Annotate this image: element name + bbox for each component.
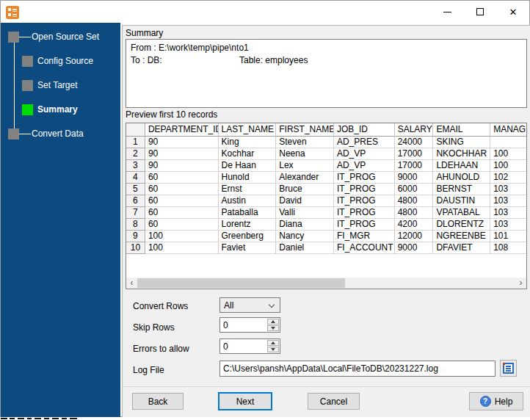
column-header[interactable] [126, 123, 145, 137]
table-cell: David [276, 195, 334, 207]
table-cell: Faviet [219, 242, 277, 254]
table-cell: NGREENBE [433, 231, 490, 242]
table-cell: FI_MGR [334, 231, 395, 242]
table-cell: Kochhar [219, 148, 277, 160]
table-row[interactable]: 460HunoldAlexanderIT_PROG9000AHUNOLD102 [126, 172, 526, 184]
summary-to-table: Table: employees [239, 54, 308, 67]
column-header[interactable]: EMAIL [433, 123, 490, 137]
preview-grid: DEPARTMENT_IDLAST_NAMEFIRST_NAMEJOB_IDSA… [126, 123, 527, 289]
help-question-icon: ? [480, 396, 491, 407]
convert-rows-label: Convert Rows [133, 301, 188, 311]
table-row[interactable]: 290KochharNeenaAD_VP17000NKOCHHAR100 [126, 148, 526, 160]
table-cell: 101 [490, 231, 526, 242]
row-number-cell: 2 [126, 148, 145, 160]
scroll-left-icon[interactable]: ‹ [126, 278, 137, 289]
table-row[interactable]: 660AustinDavidIT_PROG4800DAUSTIN103 [126, 195, 526, 207]
row-number-cell: 7 [126, 207, 145, 219]
table-cell: 100 [145, 242, 219, 254]
minimize-button[interactable] [435, 1, 460, 23]
table-cell: 90 [145, 148, 219, 160]
horizontal-scrollbar[interactable]: ‹ › [126, 278, 526, 289]
scrollbar-thumb[interactable] [137, 278, 345, 288]
row-number-cell: 6 [126, 195, 145, 207]
table-cell: BERNST [433, 184, 490, 195]
cancel-button[interactable]: Cancel [308, 393, 360, 410]
screen: ✕ Open Source Set Config Source Set Targ… [0, 0, 530, 420]
table-row[interactable]: 390De HaanLexAD_VP17000LDEHAAN100 [126, 160, 526, 172]
skip-rows-stepper[interactable]: 0 [219, 317, 280, 333]
table-cell: IT_PROG [334, 195, 395, 207]
step-marker-open-source-set [8, 32, 19, 43]
sidebar-item-open-source-set: Open Source Set [32, 32, 99, 43]
preview-body: 190KingStevenAD_PRES24000SKING290Kochhar… [126, 137, 526, 254]
skip-rows-label: Skip Rows [133, 322, 175, 333]
maximize-icon [476, 8, 484, 15]
table-cell: Bruce [276, 184, 334, 195]
maximize-button[interactable] [468, 1, 493, 23]
table-cell: AD_VP [334, 148, 395, 160]
table-cell: AD_PRES [334, 137, 395, 148]
table-cell: 100 [145, 231, 219, 242]
column-header[interactable]: FIRST_NAME [276, 123, 334, 137]
desktop-strip [0, 417, 530, 420]
table-cell [490, 137, 526, 148]
table-row[interactable]: 10100FavietDanielFI_ACCOUNT9000DFAVIET10… [126, 242, 526, 254]
summary-to-prefix: To : DB: [131, 55, 162, 65]
log-file-input[interactable]: C:\Users\pansh\AppData\Local\FileToDB\20… [219, 361, 495, 377]
table-cell: VPATABAL [433, 207, 490, 219]
errors-to-allow-value: 0 [223, 341, 228, 352]
table-cell: AHUNOLD [433, 172, 490, 184]
table-cell: 60 [145, 184, 219, 195]
column-header[interactable]: DEPARTMENT_ID [145, 123, 219, 137]
table-row[interactable]: 860LorentzDianaIT_PROG4200DLORENTZ103 [126, 219, 526, 231]
view-log-button[interactable] [500, 360, 517, 377]
title-bar[interactable]: ✕ [1, 1, 529, 23]
table-row[interactable]: 760PataballaValliIT_PROG4800VPATABAL103 [126, 207, 526, 219]
step-marker-config-source [22, 56, 33, 67]
table-cell: 60 [145, 207, 219, 219]
errors-increment-button[interactable] [267, 340, 279, 346]
scroll-right-icon[interactable]: › [515, 278, 526, 289]
row-number-cell: 8 [126, 219, 145, 231]
column-header[interactable]: MANAG [490, 123, 526, 137]
arrow-up-icon [271, 320, 275, 323]
help-button[interactable]: ? Help [469, 392, 523, 410]
arrow-down-icon [271, 327, 275, 330]
app-icon [6, 6, 19, 19]
table-row[interactable]: 9100GreenbergNancyFI_MGR12000NGREENBE101 [126, 231, 526, 242]
table-row[interactable]: 190KingStevenAD_PRES24000SKING [126, 137, 526, 148]
back-button[interactable]: Back [132, 393, 184, 410]
convert-rows-select[interactable]: All [219, 297, 280, 313]
column-header[interactable]: SALARY [395, 123, 434, 137]
table-cell: 24000 [395, 137, 434, 148]
row-number-cell: 5 [126, 184, 145, 195]
errors-decrement-button[interactable] [267, 347, 279, 352]
wizard-steps-sidebar: Open Source Set Config Source Set Target… [1, 23, 120, 417]
skip-rows-increment-button[interactable] [267, 319, 279, 325]
column-header[interactable]: LAST_NAME [219, 123, 277, 137]
table-cell: 60 [145, 195, 219, 207]
close-button[interactable]: ✕ [501, 1, 526, 23]
table-cell: LDEHAAN [433, 160, 490, 172]
table-cell: Lorentz [219, 219, 277, 231]
table-cell: Lex [276, 160, 334, 172]
table-cell: Alexander [276, 172, 334, 184]
table-cell: Steven [276, 137, 334, 148]
skip-rows-value: 0 [223, 320, 228, 330]
table-cell: King [219, 137, 277, 148]
skip-rows-decrement-button[interactable] [267, 325, 279, 331]
table-cell: Hunold [219, 172, 277, 184]
table-cell: IT_PROG [334, 207, 395, 219]
column-header[interactable]: JOB_ID [334, 123, 395, 137]
table-cell: 17000 [395, 160, 434, 172]
errors-to-allow-stepper[interactable]: 0 [219, 338, 280, 354]
table-cell: DFAVIET [433, 242, 490, 254]
table-cell: 12000 [395, 231, 434, 242]
step-connector-line [19, 134, 31, 134]
row-number-cell: 4 [126, 172, 145, 184]
next-button[interactable]: Next [218, 392, 272, 410]
table-row[interactable]: 560ErnstBruceIT_PROG6000BERNST103 [126, 184, 526, 195]
table-cell: 103 [490, 219, 526, 231]
close-icon: ✕ [509, 7, 518, 17]
table-cell: NKOCHHAR [433, 148, 490, 160]
